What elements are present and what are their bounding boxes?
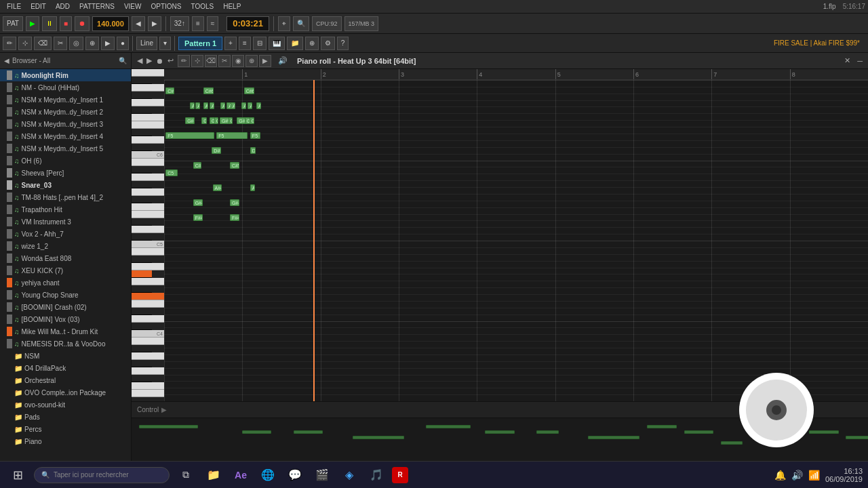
zoom2-tool[interactable]: ⊕ (85, 37, 99, 50)
pr-speaker-icon[interactable]: 🔊 (278, 56, 288, 65)
sidebar-item-nsm2[interactable]: ♫ NSM x Meydm..dy_Insert 2 (0, 106, 131, 118)
taskbar-search[interactable]: 🔍 Taper ici pour rechercher (34, 467, 170, 483)
note-5[interactable]: A#5 (203, 102, 208, 109)
sidebar-item-yehiya[interactable]: ♫ yehiya chant (0, 277, 131, 289)
sidebar-item-wize[interactable]: ♫ wize 1_2 (0, 240, 131, 252)
pat-button[interactable]: PAT (3, 16, 23, 31)
piano-key-D4[interactable] (132, 315, 164, 323)
sidebar-item-piano[interactable]: 📁 Piano (0, 435, 131, 447)
channel-rack[interactable]: ≡ (239, 37, 251, 50)
pr-draw-tool[interactable]: ✏ (178, 55, 190, 67)
sidebar-item-nsm5[interactable]: ♫ NSM x Meydm..dy_Insert 5 (0, 142, 131, 155)
menu-options[interactable]: OPTIONS (146, 2, 185, 11)
pr-minimize-btn[interactable]: ─ (857, 57, 863, 65)
snap-btn[interactable]: ⌖ (278, 16, 290, 31)
pr-mute-tool[interactable]: ◉ (232, 55, 244, 67)
taskbar-app-music[interactable]: 🎵 (365, 465, 388, 485)
note-6[interactable]: A#5 (210, 102, 214, 109)
taskbar-app-file-explorer[interactable]: 📁 (202, 465, 225, 485)
step-btn[interactable]: 32↑ (170, 16, 189, 31)
note-25[interactable]: D#5 (212, 147, 221, 154)
piano-key-F#3[interactable] (132, 375, 152, 382)
menu-edit[interactable]: EDIT (26, 2, 50, 11)
menu-help[interactable]: HELP (219, 2, 245, 11)
note-11[interactable]: A#5 (248, 102, 252, 109)
piano-key-A#5[interactable] (132, 166, 152, 174)
piano-key-F6[interactable] (132, 114, 164, 121)
piano-key-F#4[interactable] (132, 285, 152, 293)
piano-key-F#5[interactable] (132, 196, 152, 203)
menu-view[interactable]: VIEW (120, 2, 146, 11)
plugin-btn[interactable]: ⊕ (305, 37, 319, 50)
note-31[interactable]: A#4 (250, 184, 255, 191)
piano-key-G#5[interactable] (132, 181, 152, 188)
bpm-up[interactable]: ▶ (148, 16, 161, 31)
note-2[interactable]: C#6 (244, 87, 254, 94)
taskbar-notify-icon[interactable]: 🔔 (774, 470, 786, 481)
sidebar-item-snare03[interactable]: ♫ Snare_03 (0, 179, 131, 191)
snap-type[interactable]: Line (136, 37, 157, 50)
sidebar-item-moonlight-rim[interactable]: ♫ Moonlight Rim (0, 69, 131, 81)
record-button[interactable]: ⏺ (75, 16, 90, 31)
taskbar-app-msg[interactable]: 💬 (283, 465, 307, 485)
piano-key-A#6[interactable] (132, 77, 152, 84)
piano-key-A5[interactable] (132, 174, 164, 181)
piano-key-G6[interactable] (132, 99, 164, 106)
sidebar-item-pads[interactable]: 📁 Pads (0, 411, 131, 423)
note-24[interactable]: F5 (250, 132, 260, 139)
notes-grid[interactable]: C#6C#6C#6A#5A#5A#5A#5A#5A#5A#5A#5A#5A#5G… (164, 80, 868, 401)
taskbar-app-chrome[interactable]: 🌐 (256, 465, 279, 485)
menu-file[interactable]: FILE (3, 2, 25, 11)
sidebar-item-nsm-folder[interactable]: 📁 NSM (0, 350, 131, 362)
pr-cut-tool[interactable]: ✂ (218, 55, 231, 67)
sidebar-item-mikewill[interactable]: ♫ Mike Will Ma..t - Drum Kit (0, 325, 131, 338)
pause-button[interactable]: ⏸ (42, 16, 57, 31)
sidebar-item-oh6[interactable]: ♫ OH (6) (0, 155, 131, 167)
piano-key-B4[interactable] (132, 248, 164, 256)
sidebar-item-nsm4[interactable]: ♫ NSM x Meydm..dy_Insert 4 (0, 130, 131, 142)
sidebar-item-nsm3[interactable]: ♫ NSM x Meydm..dy_Insert 3 (0, 118, 131, 130)
rec2-tool[interactable]: ● (117, 37, 129, 50)
windows-start-btn[interactable]: ⊞ (5, 465, 30, 485)
note-10[interactable]: A#5 (241, 102, 246, 109)
pr-zoom-tool[interactable]: ⊕ (245, 55, 258, 67)
sidebar-item-ovo-sound[interactable]: 📁 ovo-sound-kit (0, 399, 131, 411)
ruler[interactable]: 123456789 (164, 69, 868, 80)
piano-key-C5[interactable]: C5 (132, 241, 164, 248)
play-button[interactable]: ▶ (26, 16, 39, 31)
sidebar-back-icon[interactable]: ◀ (4, 57, 9, 64)
piano-key-E5[interactable] (132, 211, 164, 218)
chan-btn[interactable]: ≡ (192, 16, 204, 31)
piano-key-E6[interactable] (132, 121, 164, 129)
pr-select-tool[interactable]: ⊹ (191, 55, 203, 67)
piano-roll-btn[interactable]: 🎹 (269, 37, 285, 50)
piano-key-A4[interactable] (132, 263, 164, 270)
sidebar-item-tm88[interactable]: ♫ TM-88 Hats [..pen Hat 4]_2 (0, 191, 131, 203)
piano-key-G#4[interactable] (132, 270, 152, 278)
sidebar-item-vm3[interactable]: ♫ VM Instrument 3 (0, 216, 131, 228)
piano-key-G4[interactable] (132, 278, 164, 285)
select-tool[interactable]: ⊹ (18, 37, 32, 50)
piano-key-A#4[interactable] (132, 256, 152, 263)
sidebar-item-wonda[interactable]: ♫ Wonda East 808 (0, 252, 131, 264)
pr-undo-icon[interactable]: ↩ (167, 56, 174, 65)
control-arrow[interactable]: ▶ (161, 406, 167, 413)
piano-key-G5[interactable] (132, 188, 164, 196)
snap-arrow[interactable]: ▾ (159, 37, 171, 50)
zoom-btn[interactable]: 🔍 (293, 16, 309, 31)
menu-tools[interactable]: TOOLS (186, 2, 218, 11)
task-view-btn[interactable]: ⧉ (174, 465, 198, 485)
note-22[interactable]: F5 (165, 132, 214, 139)
piano-key-G#6[interactable] (132, 92, 152, 99)
pattern-display[interactable]: Pattern 1 (178, 37, 222, 50)
note-26[interactable]: D#5 (250, 147, 256, 154)
piano-key-G#3[interactable] (132, 360, 152, 367)
note-14[interactable]: G#5 (201, 117, 207, 124)
note-32[interactable]: G#4 (193, 199, 203, 206)
pr-erase-tool[interactable]: ⌫ (205, 55, 217, 67)
piano-roll-back[interactable]: ◀ (137, 56, 142, 65)
note-9[interactable]: A#5 (231, 102, 235, 109)
pr-play-tool[interactable]: ▶ (259, 55, 271, 67)
note-13[interactable]: G#5 (185, 117, 195, 124)
taskbar-app-blue[interactable]: ◈ (338, 465, 361, 485)
